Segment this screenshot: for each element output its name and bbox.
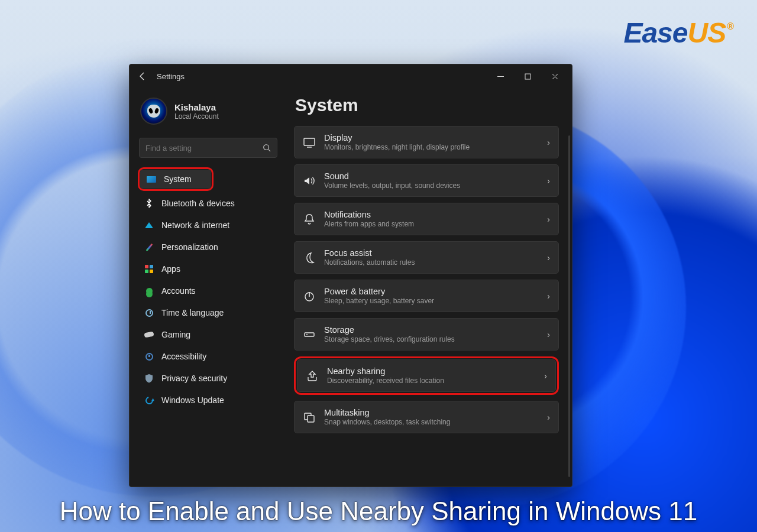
- nav-time[interactable]: Time & language: [138, 302, 279, 323]
- nav-label: Personalization: [161, 242, 218, 252]
- nav-label: Windows Update: [161, 395, 224, 405]
- highlight-nearby: Nearby sharingDiscoverability, received …: [294, 356, 559, 395]
- nav-label: Accessibility: [161, 352, 206, 361]
- svg-rect-8: [308, 416, 314, 422]
- card-sound[interactable]: SoundVolume levels, output, input, sound…: [294, 164, 559, 197]
- card-display[interactable]: DisplayMonitors, brightness, night light…: [294, 126, 559, 158]
- nav-personalization[interactable]: Personalization: [138, 236, 279, 258]
- nav-network[interactable]: Network & internet: [138, 215, 279, 236]
- apps-icon: [144, 264, 154, 274]
- close-button[interactable]: [541, 67, 568, 86]
- share-icon: [306, 369, 319, 382]
- nav-label: System: [164, 174, 192, 184]
- card-title: Power & battery: [324, 287, 539, 296]
- nav-list: System Bluetooth & devices Network & int…: [138, 167, 279, 411]
- chevron-right-icon: ›: [547, 330, 550, 339]
- card-sub: Monitors, brightness, night light, displ…: [324, 143, 539, 151]
- maximize-button[interactable]: [514, 67, 541, 86]
- chevron-right-icon: ›: [547, 291, 550, 301]
- nav-label: Privacy & security: [161, 374, 227, 383]
- brand-part2: US: [688, 17, 726, 49]
- card-sub: Sleep, battery usage, battery saver: [324, 297, 539, 305]
- minimize-button[interactable]: [487, 67, 514, 86]
- nav-accounts[interactable]: Accounts: [138, 280, 279, 301]
- brand-part1: Ease: [623, 17, 687, 49]
- system-icon: [146, 174, 157, 184]
- power-icon: [303, 290, 316, 303]
- highlight-system: System: [138, 167, 213, 191]
- nav-privacy[interactable]: Privacy & security: [138, 368, 279, 389]
- bell-icon: [303, 213, 316, 226]
- back-button[interactable]: [138, 72, 151, 81]
- moon-icon: [303, 251, 316, 264]
- multitask-icon: [303, 411, 316, 424]
- clock-icon: [144, 307, 154, 318]
- profile-name: Kishalaya: [174, 102, 219, 112]
- scrollbar[interactable]: [568, 135, 570, 477]
- card-title: Focus assist: [324, 248, 539, 258]
- shield-icon: [144, 373, 154, 384]
- chevron-right-icon: ›: [547, 138, 550, 147]
- nav-label: Gaming: [161, 330, 190, 339]
- svg-point-1: [264, 145, 269, 150]
- card-notifications[interactable]: NotificationsAlerts from apps and system…: [294, 203, 559, 235]
- card-sub: Discoverability, received files location: [327, 377, 536, 385]
- search-input[interactable]: [145, 144, 263, 153]
- svg-rect-0: [525, 74, 530, 79]
- main-pane: System DisplayMonitors, brightness, nigh…: [284, 88, 572, 486]
- brand-registered: ®: [727, 21, 733, 32]
- card-title: Sound: [324, 171, 539, 181]
- chevron-right-icon: ›: [547, 413, 550, 422]
- page-heading: System: [295, 95, 560, 115]
- nav-label: Apps: [161, 264, 180, 274]
- nav-bluetooth[interactable]: Bluetooth & devices: [138, 193, 279, 214]
- chevron-right-icon: ›: [547, 215, 550, 224]
- nav-label: Time & language: [161, 308, 224, 317]
- card-multitasking[interactable]: MultitaskingSnap windows, desktops, task…: [294, 401, 559, 433]
- nav-label: Accounts: [161, 286, 196, 296]
- card-power[interactable]: Power & batterySleep, battery usage, bat…: [294, 280, 559, 312]
- bluetooth-icon: [144, 198, 154, 209]
- settings-window: Settings Kishalaya Local Account: [129, 64, 572, 487]
- chevron-right-icon: ›: [547, 176, 550, 186]
- svg-rect-3: [304, 138, 315, 145]
- card-title: Multitasking: [324, 408, 539, 417]
- person-icon: [144, 286, 154, 296]
- profile-block[interactable]: Kishalaya Local Account: [138, 92, 279, 135]
- card-sub: Notifications, automatic rules: [324, 258, 539, 267]
- sidebar: Kishalaya Local Account System: [130, 88, 284, 486]
- brush-icon: [144, 242, 154, 252]
- card-title: Notifications: [324, 210, 539, 219]
- storage-icon: [303, 328, 316, 341]
- profile-sub: Local Account: [174, 112, 219, 121]
- nav-accessibility[interactable]: Accessibility: [138, 346, 279, 367]
- card-storage[interactable]: StorageStorage space, drives, configurat…: [294, 318, 559, 351]
- wifi-icon: [144, 220, 154, 231]
- window-title: Settings: [157, 72, 185, 81]
- nav-update[interactable]: Windows Update: [138, 390, 279, 411]
- nav-apps[interactable]: Apps: [138, 258, 279, 280]
- card-sub: Storage space, drives, configuration rul…: [324, 335, 539, 343]
- card-title: Display: [324, 133, 539, 142]
- svg-point-6: [306, 334, 308, 335]
- settings-card-list: DisplayMonitors, brightness, night light…: [290, 126, 560, 433]
- card-sub: Volume levels, output, input, sound devi…: [324, 181, 539, 190]
- article-caption: How to Enable and Use Nearby Sharing in …: [0, 497, 757, 526]
- nav-label: Bluetooth & devices: [161, 199, 235, 208]
- nav-system[interactable]: System: [140, 170, 211, 189]
- search-box[interactable]: [139, 138, 277, 158]
- nav-gaming[interactable]: Gaming: [138, 324, 279, 345]
- titlebar: Settings: [130, 64, 572, 88]
- easeus-logo: EaseUS®: [623, 17, 733, 49]
- update-icon: [144, 395, 154, 406]
- card-nearby-sharing[interactable]: Nearby sharingDiscoverability, received …: [297, 359, 556, 392]
- card-title: Nearby sharing: [327, 366, 536, 376]
- chevron-right-icon: ›: [547, 253, 550, 262]
- accessibility-icon: [144, 351, 154, 362]
- search-icon: [263, 144, 271, 152]
- nav-label: Network & internet: [161, 220, 229, 230]
- svg-rect-2: [144, 332, 154, 338]
- avatar: [140, 98, 167, 125]
- card-focus[interactable]: Focus assistNotifications, automatic rul…: [294, 241, 559, 274]
- svg-rect-5: [305, 333, 314, 336]
